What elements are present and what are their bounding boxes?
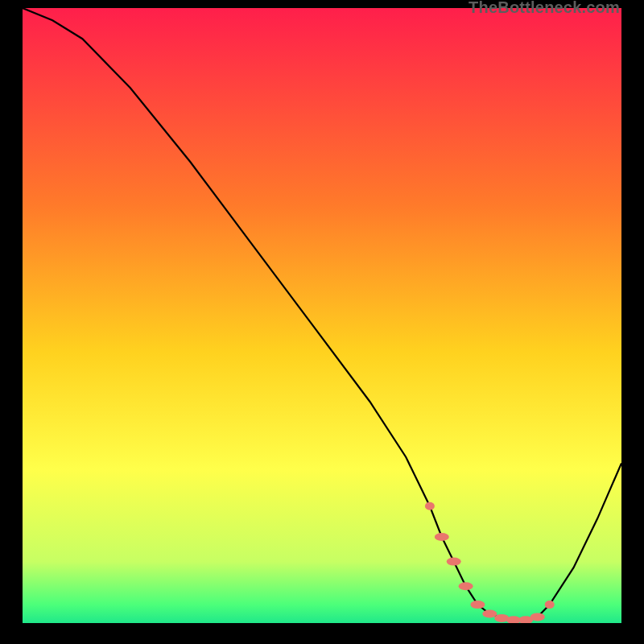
curve-marker [425, 502, 435, 510]
curve-marker [447, 558, 461, 566]
curve-marker [482, 610, 497, 618]
watermark-text: TheBottleneck.com [469, 0, 620, 17]
curve-marker [545, 601, 555, 609]
gradient-background [23, 8, 621, 623]
chart-frame [23, 8, 621, 623]
bottleneck-chart [23, 8, 621, 623]
curve-marker [530, 613, 545, 621]
curve-marker [470, 601, 485, 609]
curve-marker [435, 533, 449, 541]
curve-marker [459, 582, 473, 590]
